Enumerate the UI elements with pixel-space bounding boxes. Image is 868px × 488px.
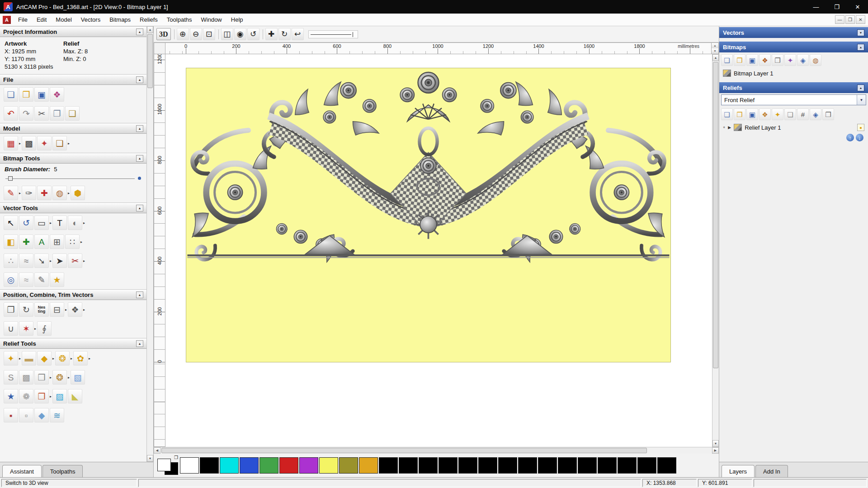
paste-relief-icon[interactable]: ❐ xyxy=(34,389,49,404)
relief-extra-3-icon[interactable]: ◆ xyxy=(34,408,49,422)
palette-swatch-11[interactable] xyxy=(399,457,418,474)
relief-smooth-icon[interactable]: ❖ xyxy=(759,108,771,120)
smooth-relief-icon[interactable]: ▬ xyxy=(22,351,36,366)
primary-colour[interactable] xyxy=(157,459,171,471)
copy-icon[interactable]: ❐ xyxy=(50,106,64,121)
undo-icon[interactable]: ↶ xyxy=(4,106,18,121)
mdi-restore-button[interactable]: ❐ xyxy=(845,15,855,24)
slider-handle[interactable] xyxy=(8,176,13,181)
zoom-page-icon[interactable]: ◫ xyxy=(221,28,233,40)
lighting-icon[interactable]: ✦ xyxy=(37,136,52,150)
tab-assistant[interactable]: Assistant xyxy=(2,465,42,477)
paint-brush-flyout-icon[interactable]: ▸ xyxy=(19,191,21,195)
dropdown-arrow-icon[interactable]: ▼ xyxy=(857,95,866,105)
create-rectangle-icon[interactable]: ▭ xyxy=(34,216,49,230)
menu-item-toolpaths[interactable]: Toolpaths xyxy=(162,14,197,26)
weave-wizard-icon[interactable]: ▩ xyxy=(19,370,33,385)
envelope-distort-icon[interactable]: ▧ xyxy=(71,370,85,385)
bitmap-layer-name[interactable]: Bitmap Layer 1 xyxy=(734,70,864,77)
align-vectors-flyout-icon[interactable]: ▸ xyxy=(65,308,67,312)
scrollbar-thumb[interactable] xyxy=(161,448,647,453)
array-copy-icon[interactable]: ∷ xyxy=(65,235,80,249)
menu-item-window[interactable]: Window xyxy=(197,14,226,26)
edit-model-flyout-icon[interactable]: ▸ xyxy=(19,141,21,145)
interactive-sculpt-flyout-icon[interactable]: ▸ xyxy=(68,375,70,380)
offset-relief-flyout-icon[interactable]: ▸ xyxy=(50,375,52,380)
shape-wizard-icon[interactable]: ✦ xyxy=(4,351,18,366)
palette-swatch-15[interactable] xyxy=(478,457,497,474)
mdi-minimize-button[interactable]: — xyxy=(835,15,844,24)
collapse-model-button[interactable]: ▲ xyxy=(136,125,143,132)
relief-new-icon[interactable]: ❏ xyxy=(721,108,733,120)
array-copy-flyout-icon[interactable]: ▸ xyxy=(80,240,82,244)
layer-visibility-icon[interactable]: ● xyxy=(857,124,864,131)
edit-model-icon[interactable]: ▦ xyxy=(4,136,18,150)
palette-swatch-21[interactable] xyxy=(598,457,617,474)
palette-swatch-12[interactable] xyxy=(419,457,438,474)
offset-relief-icon[interactable]: ❒ xyxy=(34,370,49,385)
palette-flyout-icon[interactable]: ▸ xyxy=(68,191,70,195)
weld-vectors-flyout-icon[interactable]: ▸ xyxy=(83,308,85,312)
wreath-relief-icon[interactable]: ❁ xyxy=(19,389,33,404)
colour-picker-icon[interactable]: ✑ xyxy=(22,186,36,200)
interactive-sculpt-icon[interactable]: ❂ xyxy=(52,370,67,385)
paste-relief-flyout-icon[interactable]: ▸ xyxy=(50,394,52,399)
line-style-widget[interactable] xyxy=(308,30,358,38)
vector-paint-icon[interactable]: ◧ xyxy=(4,235,18,249)
new-model-icon[interactable]: ❏ xyxy=(4,87,18,102)
palette-swatch-5[interactable] xyxy=(279,457,298,474)
move-layer-up-button[interactable]: ↑ xyxy=(846,134,854,141)
collapse-project-info-button[interactable]: ▲ xyxy=(136,28,143,35)
palette-swatch-13[interactable] xyxy=(439,457,458,474)
trim-vectors-icon[interactable]: ✂ xyxy=(68,253,82,268)
trim-stamp-flyout-icon[interactable]: ▸ xyxy=(34,327,36,331)
scroll-up-icon[interactable]: ▲ xyxy=(712,54,719,61)
tab-layers[interactable]: Layers xyxy=(722,465,755,477)
scrollbar-thumb[interactable] xyxy=(147,34,153,88)
palette-swatch-16[interactable] xyxy=(498,457,517,474)
palette-swatch-10[interactable] xyxy=(379,457,398,474)
palette-swatch-1[interactable] xyxy=(200,457,219,474)
paint-marker-icon[interactable]: ✚ xyxy=(37,186,52,200)
move-layer-down-button[interactable]: ↓ xyxy=(856,134,863,141)
collapse-relief-tools-button[interactable]: ▲ xyxy=(136,340,143,347)
palette-swatch-19[interactable] xyxy=(558,457,577,474)
paint-brush-icon[interactable]: ✎ xyxy=(4,186,18,200)
minimize-button[interactable]: — xyxy=(806,0,826,14)
greyscale-view-icon[interactable]: ▩ xyxy=(22,136,36,150)
palette-swatch-4[interactable] xyxy=(259,457,278,474)
zoom-in-icon[interactable]: ⊕ xyxy=(177,28,189,40)
palette-swatch-17[interactable] xyxy=(518,457,537,474)
bezier-curve-flyout-icon[interactable]: ▸ xyxy=(50,259,52,263)
menu-item-bitmaps[interactable]: Bitmaps xyxy=(105,14,135,26)
create-text-icon[interactable]: T xyxy=(52,216,67,230)
zoom-window-icon[interactable]: ⊡ xyxy=(203,28,215,40)
create-rectangle-flyout-icon[interactable]: ▸ xyxy=(50,221,52,225)
palette-swatch-22[interactable] xyxy=(618,457,637,474)
notes-image-flyout-icon[interactable]: ▸ xyxy=(68,141,70,145)
relief-copy-icon[interactable]: ❐ xyxy=(822,108,834,120)
scroll-down-icon[interactable]: ▼ xyxy=(712,440,719,447)
nesting-icon[interactable]: Nes ting xyxy=(34,302,49,317)
collapse-vectors-button[interactable]: ▼ xyxy=(857,29,864,36)
shape-wizard-flyout-icon[interactable]: ▸ xyxy=(19,357,21,361)
palette-swatch-9[interactable] xyxy=(359,457,378,474)
document-icon[interactable]: A xyxy=(3,16,11,24)
vector-text-tool-icon[interactable]: A xyxy=(34,235,49,249)
bitmap-open-icon[interactable]: ❒ xyxy=(734,54,745,66)
relief-extra-4-icon[interactable]: ≋ xyxy=(50,408,64,422)
ruler-spinner[interactable]: ▲ ▼ xyxy=(712,42,719,54)
extrude-vector-icon[interactable]: ◎ xyxy=(4,272,18,287)
expand-relief-layer-icon[interactable]: ▶ xyxy=(728,125,731,130)
back-view-icon[interactable]: ↩ xyxy=(292,28,304,40)
angled-plane-icon[interactable]: ◣ xyxy=(68,389,82,404)
shape-editor-flyout-icon[interactable]: ▸ xyxy=(52,357,54,361)
bitmap-save-icon[interactable]: ▣ xyxy=(746,54,758,66)
collapse-bitmap-tools-button[interactable]: ▲ xyxy=(136,155,143,162)
trim-stamp-icon[interactable]: ✶ xyxy=(19,321,33,336)
shape-editor-icon[interactable]: ◆ xyxy=(37,351,52,366)
redraw-view-icon[interactable]: ↻ xyxy=(278,28,291,40)
canvas-horizontal-scrollbar[interactable]: ◀ ▶ xyxy=(154,447,719,454)
pan-view-icon[interactable]: ✚ xyxy=(265,28,278,40)
zoom-objects-icon[interactable]: ◉ xyxy=(234,28,246,40)
